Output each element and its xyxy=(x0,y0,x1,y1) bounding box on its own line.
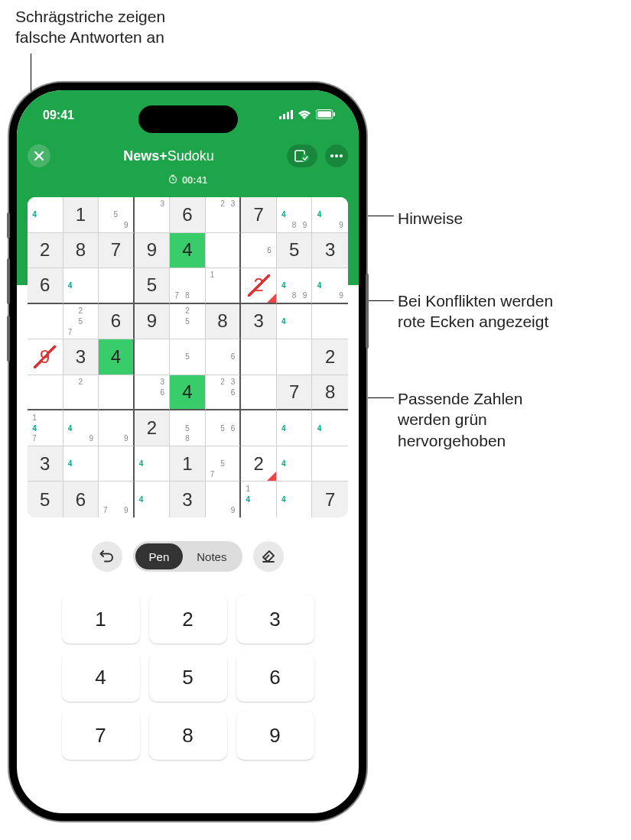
sudoku-cell[interactable]: 6 xyxy=(241,233,277,269)
keypad-1[interactable]: 1 xyxy=(62,595,140,644)
sudoku-cell[interactable]: 8 xyxy=(206,304,242,340)
sudoku-cell[interactable]: 2 xyxy=(241,446,277,482)
sudoku-cell[interactable]: 3 xyxy=(63,339,99,375)
sudoku-cell[interactable]: 8 xyxy=(63,233,99,269)
more-button[interactable] xyxy=(325,144,348,167)
notes-mode[interactable]: Notes xyxy=(183,543,240,569)
pen-mode[interactable]: Pen xyxy=(135,543,184,569)
sudoku-cell[interactable]: 79 xyxy=(99,482,135,517)
sudoku-cell[interactable] xyxy=(135,339,171,375)
sudoku-cell[interactable] xyxy=(99,446,135,482)
sudoku-cell[interactable] xyxy=(241,410,277,446)
sudoku-cell[interactable]: 5 xyxy=(277,233,313,269)
sudoku-cell[interactable]: 4 xyxy=(312,410,348,446)
keypad-9[interactable]: 9 xyxy=(236,711,314,760)
sudoku-cell[interactable]: 4 xyxy=(99,339,135,375)
sudoku-cell[interactable] xyxy=(28,375,63,411)
sudoku-cell[interactable] xyxy=(312,446,348,482)
sudoku-cell[interactable]: 2 xyxy=(241,268,277,304)
sudoku-cell[interactable]: 78 xyxy=(170,268,206,304)
eraser-button[interactable] xyxy=(253,541,284,572)
sudoku-cell[interactable]: 236 xyxy=(206,375,242,411)
sudoku-cell[interactable]: 36 xyxy=(135,375,171,411)
sudoku-cell[interactable] xyxy=(277,339,313,375)
sudoku-cell[interactable]: 1 xyxy=(206,268,242,304)
sudoku-board[interactable]: 4159362374894928794653645781248949257692… xyxy=(28,197,348,517)
sudoku-cell[interactable] xyxy=(206,233,242,269)
sudoku-cell[interactable]: 8 xyxy=(312,375,348,411)
sudoku-cell[interactable]: 7 xyxy=(99,233,135,269)
check-settings-button[interactable] xyxy=(287,144,317,167)
sudoku-cell[interactable]: 4 xyxy=(170,233,206,269)
sudoku-cell[interactable]: 4 xyxy=(277,482,313,517)
sudoku-cell[interactable]: 4 xyxy=(170,375,206,411)
sudoku-cell[interactable]: 257 xyxy=(63,304,99,340)
sudoku-cell[interactable]: 5 xyxy=(135,268,171,304)
sudoku-cell[interactable]: 6 xyxy=(170,197,206,233)
keypad-6[interactable]: 6 xyxy=(236,653,314,702)
sudoku-cell[interactable]: 9 xyxy=(28,339,63,375)
sudoku-cell[interactable]: 58 xyxy=(170,410,206,446)
sudoku-cell[interactable]: 489 xyxy=(277,268,313,304)
sudoku-cell[interactable]: 2 xyxy=(63,375,99,411)
sudoku-cell[interactable] xyxy=(28,304,63,340)
keypad-5[interactable]: 5 xyxy=(149,653,227,702)
sudoku-cell[interactable]: 4 xyxy=(28,197,63,233)
sudoku-cell[interactable]: 4 xyxy=(135,482,171,517)
sudoku-cell[interactable]: 3 xyxy=(312,233,348,269)
sudoku-cell[interactable]: 49 xyxy=(312,197,348,233)
sudoku-cell[interactable]: 1 xyxy=(170,446,206,482)
sudoku-cell[interactable]: 56 xyxy=(206,410,242,446)
sudoku-cell[interactable]: 4 xyxy=(135,446,171,482)
sudoku-cell[interactable]: 6 xyxy=(63,482,99,517)
sudoku-cell[interactable]: 25 xyxy=(170,304,206,340)
sudoku-cell[interactable]: 9 xyxy=(206,482,242,517)
sudoku-cell[interactable]: 489 xyxy=(277,197,313,233)
sudoku-cell[interactable]: 4 xyxy=(277,304,313,340)
sudoku-cell[interactable]: 4 xyxy=(277,446,313,482)
sudoku-cell[interactable]: 3 xyxy=(170,482,206,517)
sudoku-cell[interactable]: 59 xyxy=(99,197,135,233)
sudoku-cell[interactable] xyxy=(241,375,277,411)
sudoku-cell[interactable] xyxy=(99,375,135,411)
sudoku-cell[interactable]: 4 xyxy=(277,410,313,446)
sudoku-cell[interactable]: 49 xyxy=(63,410,99,446)
sudoku-cell[interactable]: 6 xyxy=(99,304,135,340)
keypad-3[interactable]: 3 xyxy=(236,595,314,644)
sudoku-cell[interactable]: 2 xyxy=(28,233,63,269)
sudoku-cell[interactable]: 14 xyxy=(241,482,277,517)
callout-conflict: Bei Konflikten werdenrote Ecken angezeig… xyxy=(398,290,553,332)
sudoku-cell[interactable]: 7 xyxy=(277,375,313,411)
sudoku-cell[interactable] xyxy=(99,268,135,304)
undo-button[interactable] xyxy=(92,541,122,572)
sudoku-cell[interactable]: 147 xyxy=(28,410,63,446)
sudoku-cell[interactable]: 3 xyxy=(135,197,171,233)
keypad-2[interactable]: 2 xyxy=(149,595,227,644)
sudoku-cell[interactable]: 9 xyxy=(99,410,135,446)
close-button[interactable] xyxy=(28,144,50,167)
sudoku-cell[interactable]: 5 xyxy=(28,482,63,517)
sudoku-cell[interactable]: 3 xyxy=(28,446,63,482)
keypad-4[interactable]: 4 xyxy=(62,653,140,702)
sudoku-cell[interactable]: 5 xyxy=(170,339,206,375)
sudoku-cell[interactable]: 9 xyxy=(135,233,171,269)
sudoku-cell[interactable]: 49 xyxy=(312,268,348,304)
sudoku-cell[interactable]: 1 xyxy=(63,197,99,233)
sudoku-cell[interactable]: 4 xyxy=(63,268,99,304)
sudoku-cell[interactable]: 3 xyxy=(241,304,277,340)
sudoku-cell[interactable]: 6 xyxy=(206,339,242,375)
sudoku-cell[interactable] xyxy=(241,339,277,375)
keypad-8[interactable]: 8 xyxy=(149,711,227,760)
sudoku-cell[interactable]: 23 xyxy=(206,197,242,233)
sudoku-cell[interactable]: 57 xyxy=(206,446,242,482)
keypad-7[interactable]: 7 xyxy=(62,711,140,760)
sudoku-cell[interactable]: 9 xyxy=(135,304,171,340)
sudoku-cell[interactable]: 4 xyxy=(63,446,99,482)
sudoku-cell[interactable]: 2 xyxy=(312,339,348,375)
sudoku-cell[interactable] xyxy=(312,304,348,340)
sudoku-cell[interactable]: 2 xyxy=(135,410,171,446)
sudoku-cell[interactable]: 7 xyxy=(312,482,348,517)
sudoku-cell[interactable]: 7 xyxy=(241,197,277,233)
sudoku-cell[interactable]: 6 xyxy=(28,268,63,304)
timer-row[interactable]: 00:41 xyxy=(17,174,359,186)
